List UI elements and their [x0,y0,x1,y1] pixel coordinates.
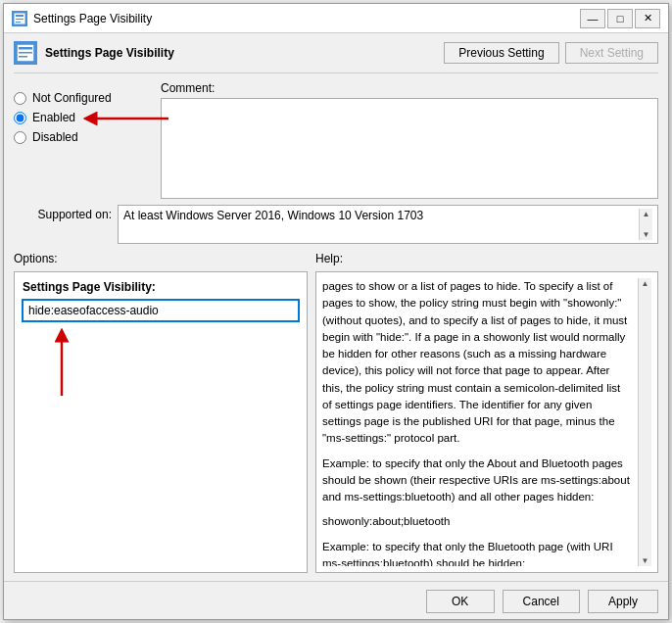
enabled-arrow [82,107,170,130]
options-help-labels: Options: Help: [14,252,658,265]
enabled-label: Enabled [32,111,75,124]
close-button[interactable]: ✕ [635,9,660,28]
svg-rect-1 [16,15,24,17]
previous-setting-button[interactable]: Previous Setting [444,42,558,64]
supported-on-box: At least Windows Server 2016, Windows 10… [118,205,658,244]
window-title: Settings Page Visibility [33,12,580,25]
help-content: pages to show or a list of pages to hide… [322,278,638,566]
help-scrollbar: ▲ ▼ [638,278,651,566]
help-para-1: pages to show or a list of pages to hide… [322,278,632,448]
visibility-input[interactable] [23,300,299,321]
header-title-area: Settings Page Visibility [14,41,174,65]
svg-rect-5 [19,47,32,50]
header-icon [14,41,37,65]
scroll-up-arrow[interactable]: ▲ [643,210,650,218]
help-scroll-down[interactable]: ▼ [642,556,649,565]
options-section-label: Options: [14,252,58,265]
help-para-3: Example: to specify that only the Blueto… [322,539,632,567]
not-configured-radio[interactable] [14,92,26,105]
enabled-radio[interactable] [14,112,26,124]
cancel-button[interactable]: Cancel [503,590,580,613]
disabled-radio[interactable] [14,131,26,144]
scroll-down-arrow[interactable]: ▼ [643,230,650,239]
header-row: Settings Page Visibility Previous Settin… [14,41,658,73]
header-nav-buttons: Previous Setting Next Setting [444,42,658,64]
disabled-radio-item[interactable]: Disabled [14,130,151,144]
svg-rect-2 [16,19,24,20]
minimize-button[interactable]: — [580,9,605,28]
comment-textarea[interactable] [161,98,658,199]
options-panel: Settings Page Visibility: [14,271,308,573]
input-arrow [52,327,111,401]
not-configured-radio-item[interactable]: Not Configured [14,91,151,105]
next-setting-button[interactable]: Next Setting [565,42,658,64]
help-section-label: Help: [315,252,343,265]
help-example-1: showonly:about;bluetooth [322,513,632,530]
supported-on-row: Supported on: At least Windows Server 20… [14,205,658,244]
radio-section: Not Configured Enabled [14,81,151,199]
not-configured-label: Not Configured [32,91,112,105]
comment-section: Comment: [161,81,658,199]
help-scroll-up[interactable]: ▲ [642,279,649,288]
ok-button[interactable]: OK [426,590,495,613]
main-panels: Settings Page Visibility: [14,271,658,573]
apply-button[interactable]: Apply [588,590,658,613]
help-panel: pages to show or a list of pages to hide… [315,271,658,573]
supported-scrollbar: ▲ ▼ [639,209,652,240]
visibility-input-container [23,300,299,321]
header-policy-title: Settings Page Visibility [45,46,174,60]
svg-rect-6 [19,52,32,54]
help-panel-scroll-area: pages to show or a list of pages to hide… [322,278,651,566]
supported-on-label: Supported on: [14,205,112,221]
content-area: Settings Page Visibility Previous Settin… [4,33,668,581]
window-controls: — □ ✕ [580,9,660,28]
enabled-radio-item[interactable]: Enabled [14,111,151,124]
main-window: Settings Page Visibility — □ ✕ Settings … [3,3,669,620]
comment-label: Comment: [161,81,658,95]
footer: OK Cancel Apply [4,581,668,619]
svg-rect-3 [16,22,21,23]
input-arrow-area [23,327,299,406]
maximize-button[interactable]: □ [607,9,633,28]
radio-comment-row: Not Configured Enabled [14,81,658,199]
supported-on-value: At least Windows Server 2016, Windows 10… [123,209,639,222]
options-panel-title: Settings Page Visibility: [23,280,299,294]
title-bar: Settings Page Visibility — □ ✕ [4,4,668,33]
help-para-2: Example: to specify that only the About … [322,455,632,506]
disabled-label: Disabled [32,130,78,144]
svg-rect-7 [19,56,27,58]
window-icon [12,11,27,26]
